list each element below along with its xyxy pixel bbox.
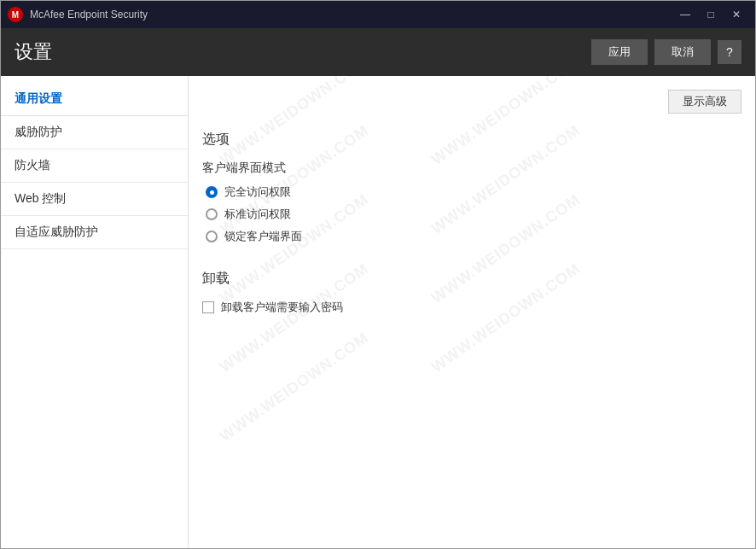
radio-locked-interface-indicator (206, 231, 218, 242)
radio-standard-access-label: 标准访问权限 (224, 207, 291, 222)
sidebar-item-adaptive[interactable]: 自适应威胁防护 (1, 216, 188, 249)
main-toolbar: 显示高级 (202, 90, 741, 114)
apply-button[interactable]: 应用 (591, 39, 648, 65)
sidebar-item-firewall[interactable]: 防火墙 (1, 149, 188, 183)
uninstall-password-checkbox-indicator (202, 301, 214, 313)
interface-mode-radio-group: 完全访问权限 标准访问权限 锁定客户端界面 (206, 184, 741, 244)
header-buttons: 应用 取消 ? (591, 39, 741, 65)
titlebar-title: McAfee Endpoint Security (30, 9, 148, 20)
sidebar-item-general[interactable]: 通用设置 (1, 83, 188, 116)
uninstall-title: 卸载 (202, 270, 741, 288)
options-section: 选项 客户端界面模式 完全访问权限 标准访问权限 锁定客户端界面 (202, 131, 741, 244)
radio-standard-access[interactable]: 标准访问权限 (206, 207, 741, 222)
sidebar: 通用设置 威胁防护 防火墙 Web 控制 自适应威胁防护 (1, 76, 189, 548)
titlebar-left: McAfee Endpoint Security (8, 7, 148, 22)
radio-full-access[interactable]: 完全访问权限 (206, 184, 741, 200)
uninstall-section: 卸载 卸载客户端需要输入密码 (202, 270, 741, 315)
radio-full-access-indicator (206, 186, 218, 198)
titlebar: McAfee Endpoint Security — □ ✕ (1, 1, 755, 28)
close-button[interactable]: ✕ (724, 5, 748, 24)
radio-locked-interface-label: 锁定客户端界面 (224, 229, 302, 244)
cancel-button[interactable]: 取消 (654, 39, 711, 65)
watermark-text-9: WWW.WEIDOWN.COM (189, 298, 401, 476)
uninstall-password-checkbox[interactable]: 卸载客户端需要输入密码 (202, 300, 741, 315)
radio-full-access-label: 完全访问权限 (224, 184, 291, 200)
header: 设置 应用 取消 ? (1, 28, 755, 76)
options-title: 选项 (202, 131, 741, 149)
sidebar-item-web[interactable]: Web 控制 (1, 183, 188, 216)
maximize-button[interactable]: □ (699, 5, 723, 24)
watermark-text-8: WWW.WEIDOWN.COM (399, 229, 613, 407)
radio-locked-interface[interactable]: 锁定客户端界面 (206, 229, 741, 244)
main-panel: WWW.WEIDOWN.COM WWW.WEIDOWN.COM WWW.WEID… (189, 76, 755, 548)
content-area: 通用设置 威胁防护 防火墙 Web 控制 自适应威胁防护 WWW.WEIDOWN… (1, 76, 755, 548)
client-interface-mode-title: 客户端界面模式 (202, 161, 741, 176)
minimize-button[interactable]: — (673, 5, 697, 24)
watermark-text-7: WWW.WEIDOWN.COM (189, 229, 401, 407)
show-advanced-button[interactable]: 显示高级 (668, 90, 741, 114)
page-title: 设置 (15, 39, 52, 65)
uninstall-password-label: 卸载客户端需要输入密码 (221, 300, 343, 315)
main-window: McAfee Endpoint Security — □ ✕ 设置 应用 取消 … (0, 0, 756, 549)
titlebar-controls: — □ ✕ (673, 5, 748, 24)
sidebar-item-threat[interactable]: 威胁防护 (1, 116, 188, 149)
help-button[interactable]: ? (718, 40, 741, 64)
radio-standard-access-indicator (206, 208, 218, 220)
mcafee-logo-icon (8, 7, 23, 22)
